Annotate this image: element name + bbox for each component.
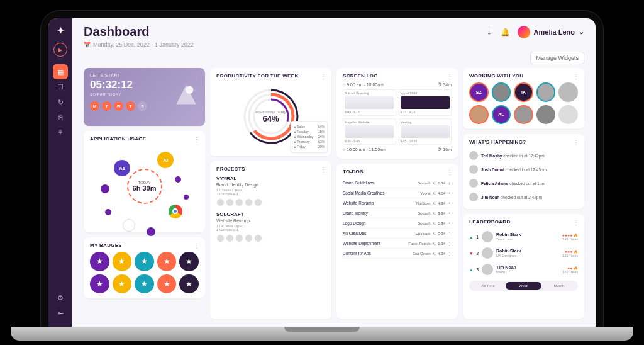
- badge-icon[interactable]: ★: [179, 274, 199, 294]
- todo-row[interactable]: Content for AdsEco Green⏱ 4:34⋮: [343, 249, 452, 259]
- coworker-avatar[interactable]: [514, 105, 533, 125]
- card-menu-icon[interactable]: ⋮: [447, 169, 453, 176]
- badge-icon[interactable]: ★: [90, 252, 109, 271]
- coworker-avatar[interactable]: [558, 105, 578, 125]
- coworker-avatar[interactable]: [469, 105, 489, 125]
- card-menu-icon[interactable]: ⋮: [194, 242, 200, 249]
- app-bubble[interactable]: Ai: [157, 152, 174, 168]
- todo-row[interactable]: Website DeploymentFossil Fuelds⏱ 1:34⋮: [343, 239, 452, 249]
- coworker-avatar[interactable]: [536, 82, 556, 102]
- side-rail: ✦ ▶ ▦☐↻⎘⚘ ⚙⇤: [48, 18, 72, 327]
- day-pill[interactable]: W: [114, 101, 123, 111]
- screenshot-thumb[interactable]: Meeting9:45 - 10:00: [399, 118, 452, 145]
- day-pill[interactable]: T: [126, 101, 135, 111]
- screenshot-thumb[interactable]: Solcraft Branding9:00 - 9:15: [343, 89, 396, 116]
- nav-team[interactable]: ⚘: [53, 125, 68, 140]
- coworker-avatar[interactable]: IK: [514, 82, 533, 102]
- productivity-card: ⋮ PRODUCTIVITY FOR THE WEEK Productivity…: [210, 68, 331, 156]
- card-menu-icon[interactable]: ⋮: [194, 136, 200, 143]
- bell-icon[interactable]: 🔔: [501, 28, 510, 37]
- avatar: [518, 26, 530, 38]
- coworker-avatar[interactable]: SZ: [469, 82, 489, 102]
- todo-row[interactable]: Brand GuidelinesSolcraft⏱ 1:34⋮: [343, 178, 452, 188]
- nav-logout[interactable]: ⇤: [53, 305, 68, 320]
- nav-dashboard[interactable]: ▦: [53, 64, 68, 79]
- day-pill[interactable]: T: [102, 101, 111, 111]
- app-bubble[interactable]: [147, 227, 155, 236]
- nav-settings[interactable]: ⚙: [53, 290, 68, 305]
- todo-row[interactable]: Logo DesignSolcraft⏱ 5:34⋮: [343, 218, 452, 229]
- badge-icon[interactable]: ★: [135, 252, 154, 271]
- record-button[interactable]: ▶: [53, 43, 67, 57]
- badge-icon[interactable]: ★: [157, 274, 177, 294]
- todo-row[interactable]: Website RevampNotScan⏱ 4:34⋮: [343, 198, 452, 208]
- badge-icon[interactable]: ★: [113, 252, 132, 271]
- activity-row: Felicia Adams checked out at 1pm: [469, 176, 578, 190]
- leaderboard-row[interactable]: ▼2Robin StarkUX Designer●●● 🔥121 Tasks: [469, 245, 578, 261]
- todo-row[interactable]: Social Media CreativesVyyral⏱ 4:54⋮: [343, 188, 452, 198]
- day-pill[interactable]: M: [90, 101, 99, 111]
- card-menu-icon[interactable]: ⋮: [447, 73, 453, 80]
- nav-export[interactable]: ⎘: [53, 110, 68, 125]
- happening-card: ⋮ WHAT'S HAPPENING? Ted Mosby checked in…: [463, 134, 584, 209]
- app-bubble[interactable]: [175, 176, 181, 183]
- app-bubble[interactable]: [169, 205, 182, 218]
- project-item[interactable]: SOLCRAFTWebsite Revamp123 Tasks Open,1 C…: [216, 212, 325, 242]
- badge-icon[interactable]: ★: [157, 252, 177, 271]
- card-menu-icon[interactable]: ⋮: [573, 73, 579, 80]
- app-bubble[interactable]: Ae: [114, 160, 130, 176]
- coworker-avatar[interactable]: [536, 105, 556, 125]
- todo-row[interactable]: Ad CreativesUpostate⏱ 0:34⋮: [343, 229, 452, 239]
- calendar-icon: 📅: [84, 42, 91, 48]
- download-icon[interactable]: ⭳: [486, 28, 493, 37]
- chevron-down-icon: ⌄: [579, 28, 584, 36]
- day-pill[interactable]: F: [138, 101, 147, 111]
- leaderboard-tab[interactable]: Week: [506, 282, 541, 290]
- todos-card: ⋮ TO-DOS Brand GuidelinesSolcraft⏱ 1:34⋮…: [336, 164, 458, 319]
- leaderboard-tab[interactable]: Month: [541, 282, 577, 290]
- card-menu-icon[interactable]: ⋮: [573, 219, 579, 226]
- lets-start-card: ⋮ LET'S START 05:32:12 SO FAR TODAY MTWT…: [84, 68, 205, 126]
- coworker-avatar[interactable]: AL: [492, 105, 511, 125]
- project-item[interactable]: VYYRALBrand Identity Design12 Tasks Open…: [216, 176, 325, 206]
- leaderboard-tab[interactable]: All Time: [470, 282, 506, 290]
- badge-icon[interactable]: ★: [135, 274, 154, 294]
- app-bubble[interactable]: [101, 184, 109, 193]
- illustration-icon: [170, 78, 203, 111]
- date-range: 📅 Monday, 25 Dec, 2022 - 1 January 2022: [72, 42, 596, 52]
- leaderboard-row[interactable]: ▲1Robin StarkTeam Lead●●●● 🔥142 Tasks: [469, 229, 578, 245]
- time-slot[interactable]: ○ 9:00 am - 10:00am⏱ 34m: [343, 82, 452, 87]
- svg-marker-0: [176, 84, 196, 104]
- leaderboard-card: ⋮ LEADERBOARD ▲1Robin StarkTeam Lead●●●●…: [463, 214, 584, 319]
- todo-row[interactable]: Brand IdentitySolcraft⏱ 3:34⋮: [343, 208, 452, 218]
- productivity-legend: ● Today64%● Tuesday15%● Wednesday34%● Th…: [291, 121, 328, 152]
- card-menu-icon[interactable]: ⋮: [320, 73, 326, 80]
- badge-icon[interactable]: ★: [90, 274, 109, 294]
- activity-row: Ted Mosby checked in at 12:42pm: [469, 149, 578, 162]
- card-menu-icon[interactable]: ⋮: [573, 139, 579, 146]
- main-area: Dashboard ⭳ 🔔 Amelia Leno ⌄ 📅 Monday, 25…: [72, 18, 596, 327]
- coworker-avatar[interactable]: [492, 82, 511, 102]
- working-card: ⋮ WORKING WITH YOU SZIKAL: [463, 68, 584, 129]
- app-bubble[interactable]: [184, 195, 189, 200]
- badges-card: ⋮ MY BADGES ★★★★★★★★★★: [84, 237, 205, 298]
- screenshot-thumb[interactable]: Vyyral SMM9:15 - 9:30: [399, 89, 452, 116]
- nav-tasks[interactable]: ☐: [53, 79, 68, 94]
- page-title: Dashboard: [84, 25, 149, 39]
- svg-point-1: [186, 86, 193, 93]
- laptop-base: [11, 327, 633, 341]
- user-menu[interactable]: Amelia Leno ⌄: [518, 26, 584, 38]
- badge-icon[interactable]: ★: [113, 274, 132, 294]
- time-slot[interactable]: ○ 10:00 am - 11:00am⏱ 16m: [343, 147, 452, 152]
- activity-row: Jim Noah checked out at 2:42pm: [469, 190, 578, 204]
- app-bubble[interactable]: [105, 209, 111, 215]
- coworker-avatar[interactable]: [558, 82, 578, 102]
- card-menu-icon[interactable]: ⋮: [320, 166, 326, 173]
- app-bubble[interactable]: ⌘: [123, 219, 135, 232]
- manage-widgets-button[interactable]: Manage Widgets: [530, 52, 584, 64]
- leaderboard-row[interactable]: ▲3Tim NoahIntern●● 🔥102 Tasks: [469, 261, 578, 278]
- badge-icon[interactable]: ★: [179, 252, 199, 271]
- projects-card: ⋮ PROJECTS VYYRALBrand Identity Design12…: [210, 161, 331, 319]
- screenshot-thumb[interactable]: Magellan Website9:30 - 9:45: [343, 118, 396, 145]
- nav-refresh[interactable]: ↻: [53, 94, 68, 110]
